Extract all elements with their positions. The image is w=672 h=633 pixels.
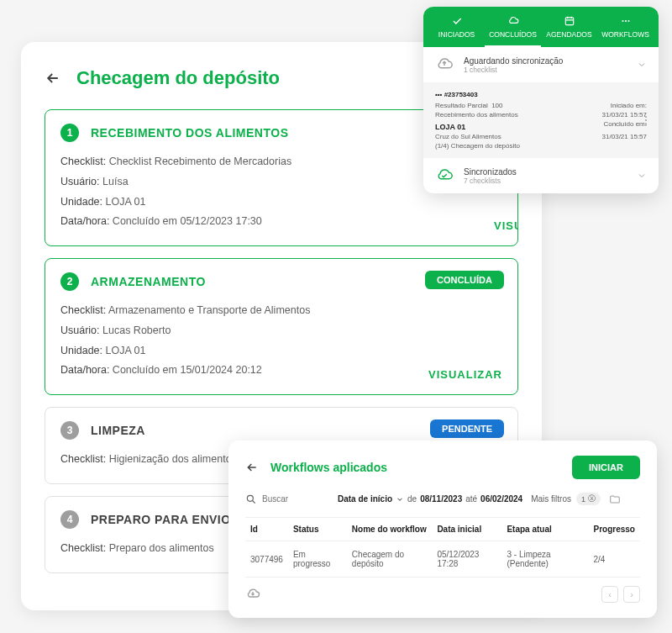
awaiting-sync-row[interactable]: Aguardando sincronização 1 checklist [423,47,659,82]
chevron-down-icon [637,171,647,181]
page-title: Checagem do depósito [76,67,280,89]
clear-filter-icon[interactable]: ⓧ [588,493,596,504]
back-arrow-icon[interactable] [245,461,259,474]
tab-iniciados[interactable]: INICIADOS [428,15,485,47]
more-filters[interactable]: Mais filtros 1 ⓧ [531,493,601,505]
page-next[interactable]: › [623,586,640,603]
svg-point-4 [247,495,253,501]
mobile-tabs: INICIADOS CONCLUÍDOS AGENDADOS WORKFLOWS [423,7,659,47]
date-filter[interactable]: Data de início de 08/11/2023 até 06/02/2… [338,494,522,504]
folder-icon[interactable] [609,493,621,505]
synced-row[interactable]: Sincronizados 7 checklists [423,158,659,193]
view-button[interactable]: VISUALIZAR [494,219,517,232]
chevron-down-icon [637,60,647,70]
table-filters: Data de início de 08/11/2023 até 06/02/2… [245,493,640,505]
table-footer: ‹ › [245,578,640,603]
tab-workflows[interactable]: WORKFLOWS [597,15,654,47]
calendar-icon [564,15,575,27]
step-number: 3 [60,421,79,440]
cloud-check-icon [435,166,454,185]
status-badge-done: CONCLUÍDA [425,271,504,289]
workflows-table: Id Status Nome do workflow Data inicial … [245,517,640,578]
step-number: 4 [60,510,79,529]
step-number: 1 [60,124,79,142]
filter-count-badge: 1 ⓧ [576,493,601,505]
pagination: ‹ › [601,586,640,603]
table-row[interactable]: 3077496 Em progresso Checagem do depósit… [245,541,640,578]
step-title: LIMPEZA [91,424,145,437]
cloud-icon [507,15,519,27]
step-card-2: 2 ARMAZENAMENTO CONCLUÍDA Checklist: Arm… [45,258,518,395]
check-icon [451,15,463,27]
status-badge-pending: PENDENTE [430,419,504,438]
svg-point-2 [624,20,626,22]
more-icon[interactable]: ⋮ [640,113,652,127]
cloud-upload-icon [435,55,454,74]
table-title: Workflows aplicados [270,461,387,474]
search-input[interactable] [262,494,312,504]
checklist-item[interactable]: ••• #23753403 Resultado Parcial 100 Inic… [423,82,659,158]
chevron-down-icon [396,495,404,504]
step-title: RECEBIMENTO DOS ALIMENTOS [91,126,288,140]
svg-point-1 [622,20,623,22]
search-box[interactable] [245,493,329,505]
page-prev[interactable]: ‹ [601,586,618,603]
svg-rect-0 [565,18,573,25]
workflows-table-panel: Workflows aplicados INICIAR Data de iníc… [228,440,657,618]
tab-agendados[interactable]: AGENDADOS [541,15,597,47]
step-title: ARMAZENAMENTO [91,275,206,288]
tab-concluidos[interactable]: CONCLUÍDOS [485,15,541,47]
cloud-download-icon[interactable] [245,587,260,602]
start-workflow-button[interactable]: INICIAR [572,456,640,479]
search-icon [245,493,257,505]
back-arrow-icon[interactable] [45,70,61,87]
view-button[interactable]: VISUALIZAR [428,368,502,381]
svg-point-3 [627,20,629,22]
dots-icon [620,15,632,27]
step-number: 2 [60,272,79,291]
mobile-sync-panel: INICIADOS CONCLUÍDOS AGENDADOS WORKFLOWS… [423,7,659,193]
step-title: PREPARO PARA ENVIO [91,513,231,526]
